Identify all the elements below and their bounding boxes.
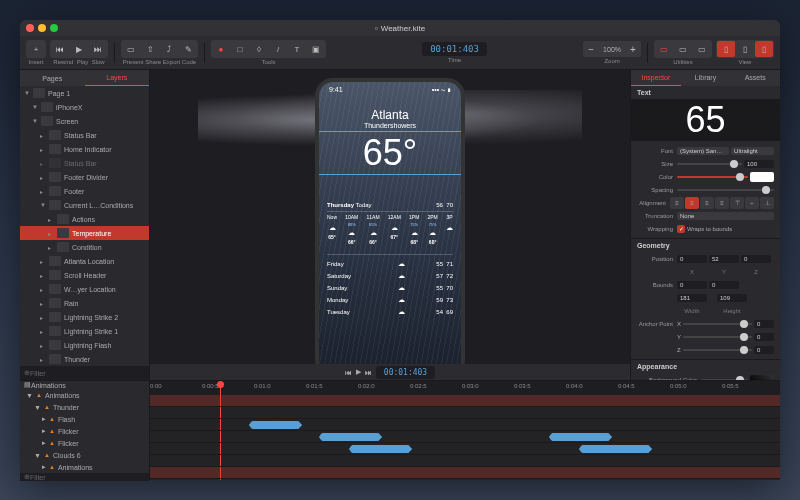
- timeline-layer[interactable]: ▸▲Flash: [20, 413, 149, 425]
- bounds-x[interactable]: [677, 281, 707, 289]
- tab-pages[interactable]: Pages: [20, 70, 85, 86]
- layer-item[interactable]: ▸Temperature: [20, 226, 149, 240]
- minimize-button[interactable]: [38, 24, 46, 32]
- spacing-slider[interactable]: [677, 189, 774, 191]
- layer-item[interactable]: ▸Condition: [20, 240, 149, 254]
- transport-rewind[interactable]: ⏮: [345, 369, 352, 376]
- timeline-layer[interactable]: ▸▲Animations: [20, 461, 149, 473]
- tool-image[interactable]: ▣: [307, 41, 325, 57]
- timeline-layer[interactable]: ▸▲Flicker: [20, 425, 149, 437]
- play-button[interactable]: ▶: [70, 41, 88, 57]
- pos-y[interactable]: [709, 255, 739, 263]
- layer-item[interactable]: ▼Current L…Conditions: [20, 198, 149, 212]
- document-icon: ▫: [375, 24, 378, 33]
- align-bottom[interactable]: ⊥: [760, 197, 774, 209]
- layer-item[interactable]: ▸Lightning Flash: [20, 338, 149, 352]
- align-right[interactable]: ≡: [700, 197, 714, 209]
- zoom-out-button[interactable]: −: [584, 42, 598, 56]
- anchor-y-slider[interactable]: [683, 336, 752, 338]
- zoom-value[interactable]: 100%: [599, 46, 625, 53]
- tab-layers[interactable]: Layers: [85, 70, 150, 86]
- util-2[interactable]: ▭: [674, 41, 692, 57]
- layer-item[interactable]: ▼Screen: [20, 114, 149, 128]
- code-button[interactable]: ✎: [179, 41, 197, 57]
- timeline-layer[interactable]: ▸▲Flicker: [20, 437, 149, 449]
- hourly-col: 3P☁: [446, 214, 453, 245]
- util-1[interactable]: ▭: [655, 41, 673, 57]
- size-slider[interactable]: [677, 163, 742, 165]
- layer-item[interactable]: ▼iPhoneX: [20, 100, 149, 114]
- align-left[interactable]: ≡: [670, 197, 684, 209]
- layer-item[interactable]: ▸W…yer Location: [20, 282, 149, 296]
- layer-item[interactable]: ▸Footer: [20, 184, 149, 198]
- view-3[interactable]: ▯: [755, 41, 773, 57]
- layer-item[interactable]: ▸Status Bar: [20, 128, 149, 142]
- canvas[interactable]: 9:41 ••• ⏦ ▮ Atlanta Thundershowers 65° …: [150, 70, 630, 380]
- export-button[interactable]: ⤴: [160, 41, 178, 57]
- align-center[interactable]: ≡: [685, 197, 699, 209]
- bgcolor-slider[interactable]: [701, 379, 748, 381]
- timeline-filter[interactable]: ⊕ Filter: [20, 473, 149, 481]
- slow-button[interactable]: ⏭: [89, 41, 107, 57]
- align-middle[interactable]: ÷: [745, 197, 759, 209]
- bounds-h[interactable]: [717, 294, 747, 302]
- signal-icon: ••• ⏦ ▮: [432, 86, 451, 93]
- view-2[interactable]: ▯: [736, 41, 754, 57]
- pos-x[interactable]: [677, 255, 707, 263]
- close-button[interactable]: [26, 24, 34, 32]
- font-weight-select[interactable]: Ultralight: [731, 147, 774, 155]
- timeline-tracks[interactable]: [150, 395, 780, 479]
- timeline-layer[interactable]: ▼▲Animations: [20, 389, 149, 401]
- transport-play[interactable]: ▶: [356, 368, 361, 376]
- timeline-layer[interactable]: ▼▲Clouds 6: [20, 449, 149, 461]
- maximize-button[interactable]: [50, 24, 58, 32]
- layer-item[interactable]: ▸Lightning Strike 2: [20, 310, 149, 324]
- timeline-ruler[interactable]: 0:000:00:50:01:00:01:50:02:00:02:50:03:0…: [150, 381, 780, 395]
- layer-item[interactable]: ▸Home Indicator: [20, 142, 149, 156]
- insert-button[interactable]: +: [27, 41, 45, 57]
- tool-pointer[interactable]: ●: [212, 41, 230, 57]
- bounds-y[interactable]: [709, 281, 739, 289]
- align-top[interactable]: ⊤: [730, 197, 744, 209]
- tab-library[interactable]: Library: [681, 70, 731, 86]
- view-1[interactable]: ▯: [717, 41, 735, 57]
- tab-inspector[interactable]: Inspector: [631, 70, 681, 86]
- truncation-select[interactable]: None: [677, 212, 774, 220]
- tool-oval[interactable]: ◊: [250, 41, 268, 57]
- font-family-select[interactable]: (System) San…: [677, 147, 729, 155]
- color-slider[interactable]: [677, 176, 748, 178]
- tab-assets[interactable]: Assets: [730, 70, 780, 86]
- bounds-w[interactable]: [677, 294, 707, 302]
- daily-row: Sunday☁55 70: [327, 282, 453, 294]
- left-panel: Pages Layers ▼Page 1▼iPhoneX▼Screen▸Stat…: [20, 70, 150, 380]
- timeline-layer[interactable]: ▼▲Thunder: [20, 401, 149, 413]
- layer-item[interactable]: ▸Thunder: [20, 352, 149, 366]
- util-3[interactable]: ▭: [693, 41, 711, 57]
- wrapping-checkbox[interactable]: ✓: [677, 225, 685, 233]
- transport-ff[interactable]: ⏭: [365, 369, 372, 376]
- color-swatch[interactable]: [750, 172, 774, 182]
- layer-item[interactable]: ▼Page 1: [20, 86, 149, 100]
- temperature-label[interactable]: 65°: [319, 132, 461, 174]
- layer-item[interactable]: ▸Scroll Header: [20, 268, 149, 282]
- present-button[interactable]: ▭: [122, 41, 140, 57]
- layer-item[interactable]: ▸Status Bar: [20, 156, 149, 170]
- size-input[interactable]: [744, 160, 774, 168]
- layer-item[interactable]: ▸Lightning Strike 1: [20, 324, 149, 338]
- tool-line[interactable]: /: [269, 41, 287, 57]
- layer-item[interactable]: ▸Rain: [20, 296, 149, 310]
- pos-z[interactable]: [741, 255, 771, 263]
- align-justify[interactable]: ≡: [715, 197, 729, 209]
- anchor-x-slider[interactable]: [683, 323, 752, 325]
- layer-item[interactable]: ▸Actions: [20, 212, 149, 226]
- layer-item[interactable]: ▸Atlanta Location: [20, 254, 149, 268]
- rewind-button[interactable]: ⏮: [51, 41, 69, 57]
- tool-text[interactable]: T: [288, 41, 306, 57]
- share-button[interactable]: ⇧: [141, 41, 159, 57]
- filter-bar[interactable]: ⊕ Filter: [20, 366, 149, 380]
- layer-item[interactable]: ▸Footer Divider: [20, 170, 149, 184]
- anchor-z-slider[interactable]: [683, 349, 752, 351]
- tool-rect[interactable]: □: [231, 41, 249, 57]
- inspector-panel: Inspector Library Assets Text 65 Font(Sy…: [630, 70, 780, 380]
- zoom-in-button[interactable]: +: [626, 42, 640, 56]
